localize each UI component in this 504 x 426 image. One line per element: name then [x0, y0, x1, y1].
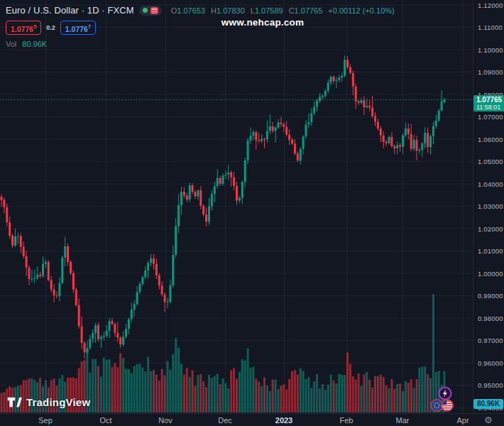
change-value: +0.00112 (+0.10%) — [328, 6, 394, 15]
price-tick-label: 1.04000 — [478, 180, 503, 188]
high-label: H — [211, 6, 217, 15]
price-tick-label: 1.00000 — [478, 270, 503, 278]
red-bars-icon — [150, 7, 158, 14]
ask-main: 1.0776 — [65, 24, 88, 33]
symbol-title[interactable]: Euro / U.S. Dollar · 1D · FXCM — [6, 5, 134, 16]
last-price-value: 1.07765 — [476, 96, 504, 104]
bid-sup: 5 — [33, 23, 36, 30]
close-label: C — [289, 6, 295, 15]
open-value: 1.07653 — [177, 6, 205, 15]
price-tick-label: 1.05000 — [478, 158, 503, 165]
price-tick-label: 1.10000 — [478, 46, 503, 54]
time-tick-label: Dec — [218, 416, 232, 425]
countdown-timer: 11:58:01 — [476, 104, 504, 111]
price-tick-label: 1.09000 — [478, 68, 503, 76]
ask-button[interactable]: 1.07767 — [60, 21, 96, 36]
price-tick-label: 1.02000 — [478, 225, 503, 233]
last-price-badge: 1.07765 11:58:01 — [473, 95, 504, 111]
tradingview-chart-window: Euro / U.S. Dollar · 1D · FXCM O1.07653 … — [0, 0, 504, 426]
time-tick-label: Sep — [38, 416, 53, 425]
open-label: O — [171, 6, 177, 15]
volume-indicator-value: 80.96K — [22, 40, 47, 48]
price-axis[interactable]: 1.07765 11:58:01 80.96K 1.120001.110001.… — [473, 0, 504, 413]
price-tick-label: 0.98000 — [478, 315, 503, 322]
low-value: 1.07589 — [255, 6, 283, 15]
time-tick-label: Apr — [456, 416, 469, 425]
eu-us-flags-icon[interactable] — [429, 398, 455, 415]
price-tick-label: 1.03000 — [478, 202, 503, 210]
price-tick-label: 0.96000 — [478, 359, 503, 367]
price-tick-label: 0.99000 — [478, 292, 503, 300]
time-tick-label: Feb — [340, 416, 354, 425]
close-value: 1.07765 — [295, 6, 323, 15]
chart-pane[interactable] — [0, 0, 473, 413]
price-tick-label: 1.06000 — [478, 136, 503, 143]
ask-sup: 7 — [88, 23, 91, 30]
gear-icon[interactable]: ⚙ — [484, 415, 493, 425]
bid-main: 1.0776 — [11, 24, 33, 33]
price-tick-label: 1.01000 — [478, 247, 503, 255]
time-tick-label: Mar — [396, 416, 410, 425]
price-tick-label: 1.07000 — [478, 113, 503, 121]
volume-indicator-label[interactable]: Vol — [6, 40, 16, 48]
legend: Euro / U.S. Dollar · 1D · FXCM O1.07653 … — [6, 4, 395, 48]
high-value: 1.07830 — [217, 6, 245, 15]
price-tick-label: 1.11000 — [478, 23, 503, 31]
price-chart-canvas[interactable] — [0, 0, 473, 413]
bid-button[interactable]: 1.07765 — [6, 21, 41, 36]
spread-value: 0.2 — [46, 24, 55, 31]
tradingview-logo[interactable]: TradingView — [7, 396, 90, 408]
time-tick-label: 2023 — [275, 416, 292, 425]
time-tick-label: Oct — [99, 416, 111, 425]
ohlc-values: O1.07653 H1.07830 L1.07589 C1.07765 +0.0… — [171, 6, 395, 15]
market-open-dot-icon — [143, 8, 148, 13]
price-tick-label: 0.95000 — [478, 381, 503, 389]
volume-axis-badge: 80.96K — [473, 399, 503, 409]
time-tick-label: Nov — [158, 416, 172, 425]
tradingview-logo-icon — [7, 396, 22, 408]
price-tick-label: 1.12000 — [478, 1, 503, 9]
source-toggle-pill[interactable] — [139, 6, 162, 16]
price-tick-label: 0.97000 — [478, 337, 503, 344]
tradingview-logo-text: TradingView — [26, 396, 90, 408]
